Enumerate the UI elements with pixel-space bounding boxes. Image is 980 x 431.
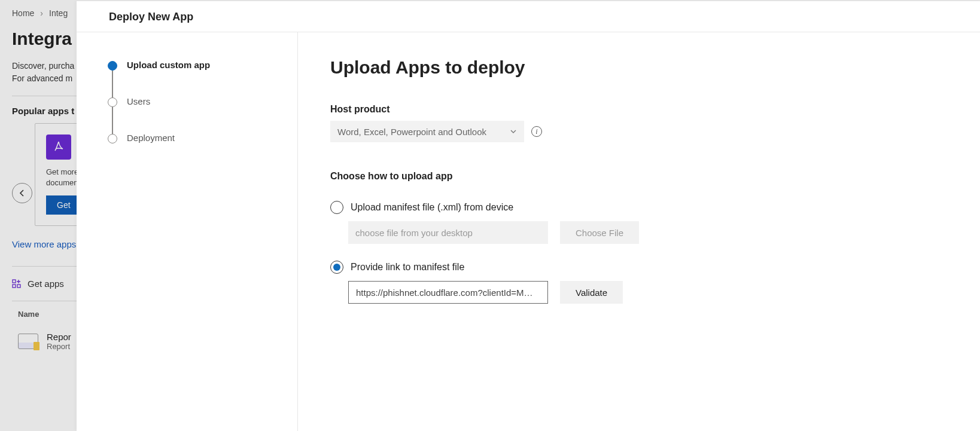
host-product-value: Word, Excel, Powerpoint and Outlook <box>337 127 486 137</box>
svg-rect-2 <box>17 285 20 288</box>
step-indicator-icon <box>108 97 117 107</box>
breadcrumb-home[interactable]: Home <box>12 8 34 18</box>
view-more-apps-link[interactable]: View more apps <box>12 239 76 249</box>
get-apps-label: Get apps <box>28 279 64 289</box>
step-label: Users <box>127 96 150 133</box>
info-icon[interactable]: i <box>531 126 542 137</box>
stepper: Upload custom app Users Deployment <box>77 32 298 431</box>
grid-plus-icon <box>12 279 22 289</box>
manifest-url-input[interactable] <box>348 281 548 304</box>
chevron-down-icon <box>510 127 517 137</box>
validate-button[interactable]: Validate <box>560 281 623 304</box>
step-deployment[interactable]: Deployment <box>108 133 283 143</box>
step-indicator-icon <box>108 61 117 71</box>
get-it-now-button[interactable]: Get <box>46 195 81 215</box>
svg-rect-1 <box>13 285 16 288</box>
host-product-select[interactable]: Word, Excel, Powerpoint and Outlook <box>330 121 524 142</box>
radio-upload-manifest-label: Upload manifest file (.xml) from device <box>351 202 513 213</box>
manifest-file-input: choose file from your desktop <box>348 221 548 244</box>
radio-provide-link-label: Provide link to manifest file <box>351 262 464 273</box>
choose-upload-label: Choose how to upload app <box>330 171 944 182</box>
step-indicator-icon <box>108 134 117 143</box>
back-button[interactable] <box>12 183 32 203</box>
step-label: Upload custom app <box>127 60 210 96</box>
radio-provide-link[interactable] <box>330 261 343 274</box>
content-heading: Upload Apps to deploy <box>330 57 944 78</box>
table-row-name: Repor <box>47 332 71 342</box>
svg-rect-0 <box>13 280 16 283</box>
report-app-icon <box>18 334 38 349</box>
host-product-label: Host product <box>330 104 944 115</box>
step-upload-custom-app[interactable]: Upload custom app <box>108 60 283 96</box>
table-row-sub: Report <box>47 342 71 351</box>
breadcrumb-current: Integ <box>49 8 68 18</box>
deploy-panel: Deploy New App Upload custom app Users D… <box>77 1 980 431</box>
choose-file-button: Choose File <box>560 221 639 244</box>
adobe-acrobat-icon <box>46 135 71 160</box>
step-users[interactable]: Users <box>108 96 283 133</box>
step-label: Deployment <box>127 133 175 143</box>
chevron-right-icon: › <box>40 8 43 18</box>
panel-content: Upload Apps to deploy Host product Word,… <box>298 32 980 431</box>
panel-title: Deploy New App <box>77 1 980 32</box>
radio-upload-manifest[interactable] <box>330 201 343 214</box>
